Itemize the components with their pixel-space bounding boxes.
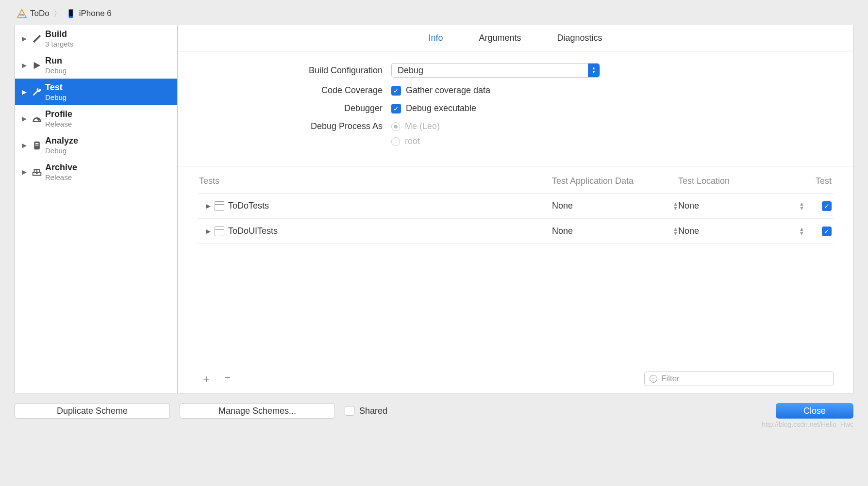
tests-row-location[interactable]: None	[678, 226, 699, 236]
tests-row-enable-checkbox[interactable]: ✓	[822, 201, 832, 211]
test-target-icon	[215, 227, 224, 236]
disclosure-triangle-icon[interactable]: ▶	[206, 202, 211, 210]
sidebar-item-analyze[interactable]: ▶ Analyze Debug	[15, 132, 177, 159]
build-configuration-select[interactable]: Debug ▲▼	[391, 63, 600, 78]
tests-row-app-data[interactable]: None	[552, 201, 573, 211]
tests-row[interactable]: ▶ ToDoUITests None ▲▼ None ▲▼ ✓	[197, 219, 834, 244]
debug-process-root-text: root	[405, 136, 420, 146]
close-button[interactable]: Close	[776, 403, 853, 419]
chevron-right-icon: 〉	[53, 8, 62, 19]
disclosure-triangle-icon[interactable]: ▶	[22, 115, 29, 122]
analyze-icon	[31, 139, 43, 152]
svg-marker-4	[34, 62, 41, 69]
col-header-test: Test	[804, 176, 834, 186]
device-icon	[66, 8, 76, 19]
debug-process-me-text: Me (Leo)	[405, 121, 440, 131]
sidebar-item-sublabel: Release	[45, 120, 72, 128]
sidebar-item-test[interactable]: ▶ Test Debug	[15, 79, 177, 105]
debug-process-me-radio	[391, 122, 400, 131]
gauge-icon	[31, 113, 43, 125]
tests-row-location[interactable]: None	[678, 201, 699, 211]
sidebar-item-label: Build	[45, 29, 73, 39]
code-coverage-label: Code Coverage	[197, 85, 391, 96]
code-coverage-checkbox[interactable]: ✓	[391, 86, 401, 96]
filter-icon: ≡	[650, 375, 657, 383]
sidebar-item-sublabel: Debug	[45, 146, 78, 155]
tests-filter-field[interactable]: ≡ Filter	[644, 372, 834, 386]
remove-test-button[interactable]: −	[224, 372, 231, 386]
scheme-editor-panel: ▶ Build 3 targets ▶ Run Debug ▶ Test Deb…	[15, 25, 853, 393]
debug-process-root-radio	[391, 137, 400, 146]
disclosure-triangle-icon[interactable]: ▶	[22, 168, 29, 176]
mini-stepper-icon[interactable]: ▲▼	[673, 227, 678, 236]
sidebar-item-sublabel: 3 targets	[45, 40, 73, 48]
mini-stepper-icon[interactable]: ▲▼	[799, 227, 804, 236]
col-header-tests: Tests	[197, 176, 552, 186]
select-stepper-icon: ▲▼	[588, 64, 600, 77]
duplicate-scheme-button[interactable]: Duplicate Scheme	[15, 403, 170, 419]
detail-tabbar: Info Arguments Diagnostics	[178, 25, 853, 51]
breadcrumb-project[interactable]: ToDo	[30, 9, 50, 18]
sidebar-item-label: Archive	[45, 162, 77, 173]
svg-marker-0	[17, 9, 26, 17]
scheme-phase-sidebar: ▶ Build 3 targets ▶ Run Debug ▶ Test Deb…	[15, 25, 178, 393]
build-configuration-label: Build Configuration	[197, 65, 391, 76]
tests-footer: ＋ − ≡ Filter	[197, 367, 834, 393]
disclosure-triangle-icon[interactable]: ▶	[22, 35, 29, 42]
manage-schemes-button[interactable]: Manage Schemes...	[180, 403, 335, 419]
hammer-icon	[31, 32, 43, 45]
wrench-icon	[31, 86, 43, 98]
sidebar-item-label: Run	[45, 56, 67, 66]
test-target-icon	[215, 201, 224, 211]
col-header-location: Test Location	[678, 176, 804, 186]
debug-executable-text: Debug executable	[406, 103, 476, 113]
shared-label: Shared	[359, 406, 387, 416]
debug-process-as-label: Debug Process As	[197, 121, 391, 131]
tests-row-app-data[interactable]: None	[552, 226, 573, 236]
tests-row-enable-checkbox[interactable]: ✓	[822, 227, 832, 236]
sidebar-item-label: Profile	[45, 109, 72, 119]
code-coverage-text: Gather coverage data	[406, 85, 490, 96]
mini-stepper-icon[interactable]: ▲▼	[799, 202, 804, 211]
tests-row[interactable]: ▶ ToDoTests None ▲▼ None ▲▼ ✓	[197, 194, 834, 219]
sidebar-item-label: Test	[45, 82, 67, 93]
breadcrumb-device[interactable]: iPhone 6	[79, 9, 112, 18]
svg-rect-6	[35, 143, 39, 144]
col-header-app-data: Test Application Data	[552, 176, 678, 186]
tab-info[interactable]: Info	[427, 31, 444, 45]
sidebar-item-label: Analyze	[45, 136, 78, 146]
dialog-bottom-bar: Duplicate Scheme Manage Schemes... Share…	[15, 393, 853, 419]
sidebar-item-build[interactable]: ▶ Build 3 targets	[15, 25, 177, 52]
disclosure-triangle-icon[interactable]: ▶	[22, 88, 29, 96]
svg-rect-3	[69, 10, 72, 16]
sidebar-item-sublabel: Debug	[45, 66, 67, 75]
watermark-text: http://blog.csdn.net/Hello_Hwc	[15, 419, 853, 428]
tab-arguments[interactable]: Arguments	[478, 31, 522, 45]
svg-rect-7	[35, 145, 39, 146]
shared-checkbox[interactable]	[345, 406, 354, 416]
debug-executable-checkbox[interactable]: ✓	[391, 104, 401, 113]
disclosure-triangle-icon[interactable]: ▶	[206, 227, 211, 235]
tab-diagnostics[interactable]: Diagnostics	[556, 31, 603, 45]
build-configuration-value: Debug	[398, 65, 423, 76]
tests-table-area: Tests Test Application Data Test Locatio…	[178, 166, 853, 393]
tests-filter-placeholder: Filter	[661, 374, 680, 384]
disclosure-triangle-icon[interactable]: ▶	[22, 62, 29, 69]
debugger-label: Debugger	[197, 103, 391, 113]
add-test-button[interactable]: ＋	[201, 372, 212, 386]
sidebar-item-profile[interactable]: ▶ Profile Release	[15, 105, 177, 132]
tests-table-header: Tests Test Application Data Test Locatio…	[197, 166, 834, 194]
breadcrumb: ToDo 〉 iPhone 6	[15, 4, 853, 25]
play-icon	[31, 59, 43, 72]
shared-checkbox-group[interactable]: Shared	[345, 406, 387, 416]
xcode-app-icon	[17, 8, 27, 19]
sidebar-item-run[interactable]: ▶ Run Debug	[15, 52, 177, 79]
sidebar-item-sublabel: Debug	[45, 93, 67, 101]
archive-icon	[31, 166, 43, 178]
disclosure-triangle-icon[interactable]: ▶	[22, 142, 29, 149]
tests-row-name: ToDoUITests	[228, 226, 278, 236]
test-info-form: Build Configuration Debug ▲▼ Code Covera…	[178, 51, 853, 166]
mini-stepper-icon[interactable]: ▲▼	[673, 202, 678, 211]
sidebar-item-archive[interactable]: ▶ Archive Release	[15, 159, 177, 185]
tests-row-name: ToDoTests	[228, 201, 269, 211]
